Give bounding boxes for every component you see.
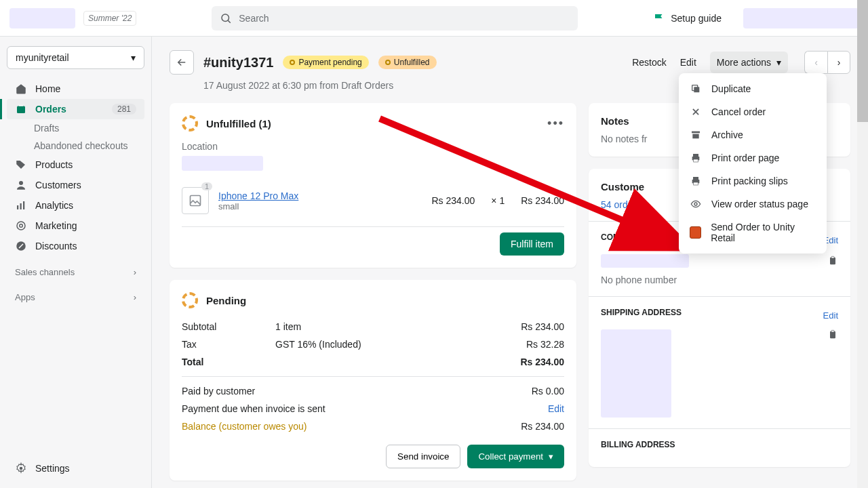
collect-payment-button[interactable]: Collect payment▾ [467, 445, 564, 468]
dropdown-duplicate[interactable]: Duplicate [679, 77, 827, 100]
dropdown-archive-label: Archive [711, 129, 743, 140]
account-placeholder[interactable] [743, 8, 859, 28]
shipping-address-placeholder [601, 329, 671, 418]
subtotal-items: 1 item [275, 321, 521, 332]
location-value-placeholder [182, 156, 263, 171]
edit-button[interactable]: Edit [680, 57, 696, 68]
logo-placeholder [9, 8, 75, 28]
balance-amount: Rs 234.00 [521, 421, 564, 432]
nav-home-label: Home [35, 83, 60, 94]
setup-guide-label: Setup guide [671, 13, 722, 24]
nav-products[interactable]: Products [7, 155, 144, 175]
product-name-link[interactable]: Iphone 12 Pro Max [218, 190, 298, 201]
nav-apps[interactable]: Apps › [7, 288, 144, 306]
chevron-down-icon: ▾ [131, 52, 136, 63]
svg-rect-22 [694, 159, 698, 162]
subtotal-amount: Rs 234.00 [521, 321, 564, 332]
line-total: Rs 234.00 [521, 195, 564, 206]
scrollbar[interactable] [857, 0, 868, 488]
back-button[interactable] [170, 50, 194, 75]
season-tag: Summer '22 [83, 11, 136, 26]
line-item: 1 Iphone 12 Pro Max small Rs 234.00 × 1 … [182, 180, 564, 221]
clipboard-icon[interactable] [827, 329, 838, 340]
home-icon [15, 83, 27, 95]
card-more-button[interactable]: ••• [547, 117, 564, 131]
svg-point-0 [222, 14, 229, 22]
nav-discounts-label: Discounts [35, 241, 77, 251]
dropdown-view-status[interactable]: View order status page [679, 192, 827, 216]
nav-analytics-label: Analytics [35, 200, 73, 211]
dropdown-cancel-order[interactable]: Cancel order [679, 100, 827, 123]
fulfillment-status-chip: Unfulfilled [378, 56, 437, 69]
paid-label: Paid by customer [182, 386, 255, 396]
nav-orders-label: Orders [35, 104, 66, 115]
orders-icon [15, 103, 27, 115]
nav-orders[interactable]: Orders 281 [7, 99, 144, 119]
status-ring-icon [182, 292, 198, 308]
unfulfilled-title: Unfulfilled (1) [206, 118, 271, 129]
settings-label: Settings [35, 463, 70, 474]
arrow-left-icon [176, 56, 188, 68]
nav-customers[interactable]: Customers [7, 175, 144, 195]
nav-settings[interactable]: Settings [7, 458, 144, 479]
qty-badge: 1 [201, 182, 212, 190]
dropdown-print-order-label: Print order page [711, 152, 779, 163]
nav-marketing[interactable]: Marketing [7, 216, 144, 236]
payment-due-edit[interactable]: Edit [548, 403, 564, 414]
qty-multiplier: × 1 [491, 195, 505, 206]
more-actions-label: More actions [717, 57, 771, 68]
svg-rect-16 [694, 87, 699, 92]
nav-discounts[interactable]: Discounts [7, 236, 144, 256]
order-pager: ‹ › [804, 51, 850, 74]
dropdown-archive[interactable]: Archive [679, 123, 827, 146]
prev-order-button[interactable]: ‹ [804, 51, 827, 74]
billing-address-label: BILLING ADDRESS [601, 440, 838, 449]
restock-button[interactable]: Restock [632, 57, 667, 68]
dropdown-cancel-label: Cancel order [711, 106, 766, 117]
svg-rect-11 [191, 196, 201, 206]
nav-analytics[interactable]: Analytics [7, 195, 144, 216]
apps-label: Apps [15, 292, 35, 302]
svg-rect-5 [20, 203, 22, 209]
person-icon [15, 179, 27, 191]
scrollbar-thumb[interactable] [857, 0, 868, 122]
dropdown-print-order[interactable]: Print order page [679, 146, 827, 169]
send-invoice-button[interactable]: Send invoice [386, 445, 460, 468]
unity-app-icon [690, 226, 701, 239]
nav-products-label: Products [35, 159, 73, 170]
close-icon [690, 107, 702, 117]
no-phone-text: No phone number [601, 274, 838, 285]
more-actions-button[interactable]: More actions ▾ [710, 52, 788, 73]
pending-title: Pending [206, 295, 246, 306]
copy-icon [690, 83, 702, 94]
dropdown-print-packing[interactable]: Print packing slips [679, 169, 827, 192]
setup-guide-link[interactable]: Setup guide [653, 12, 722, 24]
tax-label: Tax [182, 339, 275, 350]
discount-icon [15, 240, 27, 252]
subtotal-label: Subtotal [182, 321, 275, 332]
nav-home[interactable]: Home [7, 79, 144, 99]
svg-rect-2 [17, 106, 25, 114]
nav-drafts[interactable]: Drafts [7, 119, 144, 137]
search-input[interactable]: Search [212, 6, 578, 30]
next-order-button[interactable]: › [827, 51, 850, 74]
svg-point-7 [17, 222, 25, 230]
print-icon [690, 176, 702, 186]
flag-icon [653, 12, 665, 24]
search-placeholder: Search [239, 13, 269, 24]
shipping-address-label: SHIPPING ADDRESS [601, 308, 682, 317]
fulfill-item-button[interactable]: Fulfill item [500, 232, 564, 256]
tag-icon [15, 159, 27, 171]
chevron-right-icon: › [134, 267, 136, 277]
clipboard-icon[interactable] [827, 256, 838, 266]
nav-customers-label: Customers [35, 180, 81, 190]
store-name: myunityretail [16, 52, 69, 63]
dropdown-send-unity[interactable]: Send Order to Unity Retail [679, 216, 827, 249]
nav-sales-channels[interactable]: Sales channels › [7, 263, 144, 281]
nav-abandoned-checkouts[interactable]: Abandoned checkouts [7, 137, 144, 155]
shipping-edit-button[interactable]: Edit [823, 310, 838, 321]
store-selector[interactable]: myunityretail ▾ [7, 46, 144, 69]
analytics-icon [15, 199, 27, 211]
pending-card: Pending Subtotal1 itemRs 234.00 TaxGST 1… [170, 280, 576, 481]
svg-rect-4 [17, 205, 18, 209]
